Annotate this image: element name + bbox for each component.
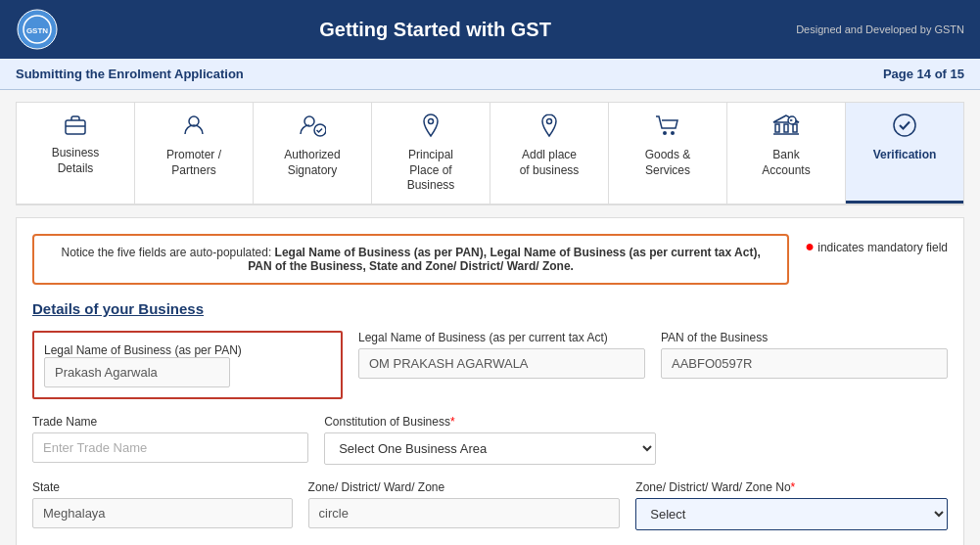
tab-authorized-label: AuthorizedSignatory: [284, 148, 340, 178]
tab-authorized-signatory[interactable]: AuthorizedSignatory: [254, 103, 372, 204]
form-row-3: State Zone/ District/ Ward/ Zone Zone/ D…: [32, 480, 948, 530]
pan-label: PAN of the Business: [661, 331, 948, 344]
zone-input: [308, 498, 621, 528]
zone-group: Zone/ District/ Ward/ Zone: [308, 480, 621, 528]
trade-name-group: Trade Name: [32, 415, 308, 463]
tab-business-details[interactable]: BusinessDetails: [17, 103, 135, 204]
legal-name-pan-input[interactable]: [44, 357, 230, 387]
pan-group: PAN of the Business: [661, 331, 948, 379]
gstn-logo: GSTN: [16, 8, 59, 51]
legal-name-tax-label: Legal Name of Business (as per current t…: [358, 331, 645, 344]
notice-box: Notice the five fields are auto-populate…: [32, 234, 789, 285]
svg-point-10: [663, 131, 667, 135]
tab-principal-label: PrincipalPlace ofBusiness: [407, 148, 455, 194]
svg-rect-13: [784, 124, 788, 132]
tabs-row: BusinessDetails Promoter /Partners Autho…: [17, 103, 963, 204]
tab-principal-place[interactable]: PrincipalPlace ofBusiness: [372, 103, 490, 204]
bank-icon: [772, 113, 800, 144]
zone-label: Zone/ District/ Ward/ Zone: [308, 480, 621, 494]
legal-name-pan-label: Legal Name of Business (as per PAN): [44, 343, 242, 357]
app-subtitle: Designed and Developed by GSTN: [796, 23, 964, 35]
pan-input[interactable]: [661, 348, 948, 379]
constitution-group: Constitution of Business* Select One Bus…: [324, 415, 656, 465]
svg-rect-12: [775, 124, 779, 132]
svg-text:GSTN: GSTN: [26, 26, 48, 35]
tab-navigation: BusinessDetails Promoter /Partners Autho…: [16, 102, 964, 205]
subheader-right: Page 14 of 15: [883, 67, 964, 81]
main-content: BusinessDetails Promoter /Partners Autho…: [0, 90, 980, 545]
subheader-bar: Submitting the Enrolment Application Pag…: [0, 59, 980, 90]
tab-business-details-label: BusinessDetails: [52, 146, 100, 176]
trade-name-input[interactable]: [32, 432, 308, 463]
svg-point-11: [671, 131, 675, 135]
state-group: State: [32, 480, 293, 528]
notice-row: Notice the five fields are auto-populate…: [32, 234, 948, 285]
svg-rect-14: [793, 124, 797, 132]
state-label: State: [32, 480, 293, 494]
checkmark-icon: [892, 113, 917, 144]
section-title: Details of your Business: [32, 300, 948, 317]
mandatory-note: ● indicates mandatory field: [805, 238, 948, 255]
location-pin-icon: [420, 113, 442, 144]
person-icon: [181, 113, 207, 144]
subheader-left: Submitting the Enrolment Application: [16, 67, 244, 81]
form-area: Notice the five fields are auto-populate…: [16, 217, 964, 545]
form-row-1: Legal Name of Business (as per PAN) Lega…: [32, 331, 948, 399]
constitution-select[interactable]: Select One Business Area: [324, 432, 656, 465]
briefcase-icon: [62, 113, 89, 142]
legal-name-tax-input[interactable]: [358, 348, 645, 379]
zone-no-label: Zone/ District/ Ward/ Zone No*: [635, 480, 948, 494]
form-row-2: Trade Name Constitution of Business* Sel…: [32, 415, 948, 465]
app-title: Getting Started with GST: [74, 19, 796, 41]
tab-promoter-partners[interactable]: Promoter /Partners: [135, 103, 254, 204]
svg-point-16: [894, 114, 915, 136]
svg-point-9: [547, 119, 552, 124]
app-header: GSTN Getting Started with GST Designed a…: [0, 0, 980, 59]
tab-addl-place[interactable]: Addl placeof business: [490, 103, 609, 204]
tab-addl-label: Addl placeof business: [520, 148, 580, 178]
legal-name-pan-group: Legal Name of Business (as per PAN): [32, 331, 343, 399]
location-pin2-icon: [538, 113, 560, 144]
zone-no-group: Zone/ District/ Ward/ Zone No* Select: [635, 480, 948, 530]
tab-verification[interactable]: Verification: [846, 103, 963, 204]
constitution-label: Constitution of Business*: [324, 415, 656, 429]
legal-name-tax-group: Legal Name of Business (as per current t…: [358, 331, 645, 379]
state-input: [32, 498, 293, 528]
tab-promoter-label: Promoter /Partners: [166, 148, 221, 178]
svg-point-8: [429, 119, 434, 124]
tab-verification-label: Verification: [873, 148, 937, 163]
tab-goods-services[interactable]: Goods &Services: [609, 103, 727, 204]
tab-bank-accounts[interactable]: BankAccounts: [727, 103, 846, 204]
person-check-icon: [299, 113, 326, 144]
svg-rect-3: [66, 120, 85, 134]
cart-icon: [654, 113, 681, 144]
tab-bank-label: BankAccounts: [762, 148, 810, 178]
mandatory-dot: ●: [805, 238, 815, 254]
zone-no-select[interactable]: Select: [635, 498, 948, 530]
trade-name-label: Trade Name: [32, 415, 308, 429]
tab-goods-label: Goods &Services: [645, 148, 691, 178]
